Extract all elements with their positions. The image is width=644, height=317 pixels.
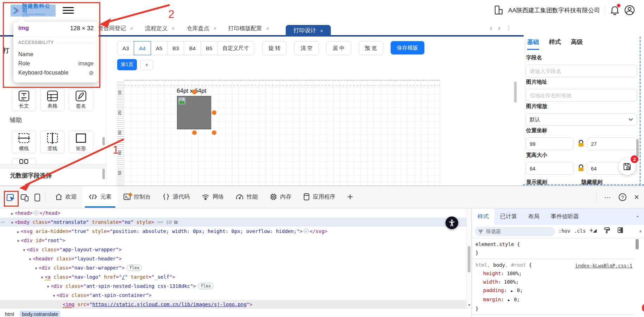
lock-icon[interactable]	[578, 140, 584, 147]
user-avatar[interactable]	[624, 5, 635, 15]
close-tab-icon[interactable]: ×	[130, 26, 133, 31]
action-居中[interactable]: 居 中	[326, 41, 351, 55]
action-预览[interactable]: 预 览	[359, 41, 383, 55]
tree-row[interactable]: ▼<div class="nav-bar-wrapper">flex	[0, 263, 467, 272]
sidebar-scrollbar[interactable]	[102, 137, 105, 145]
tree-row[interactable]: ▶<svg aria-hidden="true" style="position…	[0, 227, 467, 236]
expand-arrow-icon[interactable]: ▼	[27, 255, 33, 264]
paper-size-自定义尺寸[interactable]: 自定义尺寸	[217, 41, 254, 55]
position-y-input[interactable]	[587, 137, 637, 150]
save-template-button[interactable]: 保存模版	[391, 41, 424, 54]
styles-tab-样式[interactable]: 样式	[472, 208, 494, 225]
action-清空[interactable]: 清 空	[294, 41, 319, 55]
expand-icon[interactable]: ▶	[511, 289, 513, 293]
image-url-input[interactable]	[526, 89, 637, 102]
style-filter-input[interactable]: 筛选器	[475, 227, 555, 236]
resize-handle-top[interactable]	[192, 90, 197, 94]
sidebar-item-竖线[interactable]: 竖线	[40, 131, 65, 153]
sidebar-scrollbar-2[interactable]	[102, 169, 105, 179]
sidebar-item-横线[interactable]: 横线	[12, 131, 36, 153]
chevron-left-icon[interactable]: ‹	[490, 24, 492, 32]
paper-size-B5[interactable]: B5	[201, 41, 217, 55]
chevron-down-icon[interactable]: ⌄	[635, 212, 640, 219]
close-devtools-icon[interactable]: ×	[634, 192, 639, 202]
css-property[interactable]: height: 100%;	[475, 269, 634, 278]
hamburger-menu-icon[interactable]	[63, 7, 74, 15]
styles-tab-事件侦听器[interactable]: 事件侦听器	[545, 208, 585, 225]
styles-tab-已计算[interactable]: 已计算	[494, 208, 523, 225]
devtools-tab-控制台[interactable]: 控制台	[118, 186, 157, 208]
css-property[interactable]: margin: ▶ 0;	[475, 295, 634, 304]
device-toolbar-icon[interactable]	[20, 193, 30, 202]
new-style-rule-icon[interactable]: +◢	[589, 227, 596, 234]
field-name-input[interactable]	[526, 65, 637, 77]
devtools-tab-欢迎[interactable]: 欢迎	[49, 186, 83, 208]
help-icon[interactable]: ?	[619, 193, 626, 201]
tree-row[interactable]: ▼<div class="app-layout-wrapper">	[0, 245, 467, 254]
paper-size-B3[interactable]: B3	[168, 41, 184, 55]
canvas-scrollbar[interactable]	[514, 82, 517, 103]
collapsed-content-icon[interactable]: ⋯	[304, 229, 309, 233]
paper-size-B4[interactable]: B4	[184, 41, 201, 55]
breadcrumb-body.notranslate[interactable]: body.notranslate	[20, 311, 60, 317]
action-旋转[interactable]: 旋 转	[262, 41, 287, 55]
resize-handle-right[interactable]	[212, 110, 216, 115]
expand-arrow-icon[interactable]: ▼	[15, 237, 21, 246]
devtools-tab-应用程序[interactable]: 应用程序	[297, 186, 341, 208]
close-tab-icon[interactable]: ×	[172, 26, 175, 31]
chevron-right-icon[interactable]: ›	[498, 24, 500, 32]
scroll-up-icon[interactable]: ▲	[638, 228, 643, 233]
add-page-button[interactable]: +	[140, 60, 153, 70]
tree-row[interactable]: ▼<div class="ant-spin-container">	[0, 291, 467, 300]
expand-arrow-icon[interactable]: ▼	[39, 273, 45, 282]
tab-print-design[interactable]: 打印设计 ×	[286, 25, 331, 37]
tab-打印模版配置[interactable]: 打印模版配置×	[228, 25, 269, 32]
css-property[interactable]: width: 100%;	[475, 278, 634, 286]
devtools-tab-网络[interactable]: 网络	[196, 186, 230, 208]
breadcrumb-html[interactable]: html	[3, 311, 16, 317]
lock-icon-2[interactable]	[578, 164, 584, 172]
paint-format-icon[interactable]	[604, 227, 610, 233]
sidebar-item-表格[interactable]: 表格	[40, 89, 65, 111]
page-1-tab[interactable]: 第1页	[117, 59, 137, 70]
devtools-tab-内存[interactable]: 内存	[264, 186, 297, 208]
css-property[interactable]: padding: ▶ 0;	[475, 286, 634, 295]
styles-scrollbar[interactable]	[636, 239, 639, 250]
sidebar-item-签名[interactable]: 签名	[69, 89, 93, 111]
dock-side-icon[interactable]	[32, 193, 42, 202]
tree-row[interactable]: <img src="https://static.sjcloud.com.cn/…	[0, 300, 467, 308]
flex-badge[interactable]: flex	[198, 283, 213, 289]
css-source-link[interactable]: index-kLwaBlqP.css:1	[575, 261, 632, 270]
properties-scrollbar[interactable]	[636, 139, 639, 157]
reveal-icon[interactable]: ⧉	[174, 219, 178, 225]
tree-row[interactable]: ▶<head>⋯</head>	[0, 208, 467, 218]
accessibility-icon[interactable]	[446, 216, 458, 229]
expand-arrow-icon[interactable]: ▼	[21, 246, 27, 255]
element-state-icon[interactable]	[618, 227, 624, 233]
tab-仓库盘点[interactable]: 仓库盘点×	[187, 25, 216, 32]
paper-size-A4[interactable]: A4	[134, 41, 151, 55]
inspect-element-icon[interactable]	[6, 193, 15, 202]
tree-row[interactable]: ▼<div class="ant-spin-nested-loading css…	[0, 282, 467, 291]
width-input[interactable]	[526, 162, 574, 175]
toggle-class[interactable]: .cls	[574, 228, 586, 234]
toggle-hover-state[interactable]: :hov	[558, 228, 570, 234]
devtools-tab-+[interactable]	[341, 186, 359, 208]
expand-arrow-icon[interactable]: ▼	[33, 264, 39, 273]
position-x-input[interactable]	[526, 137, 574, 150]
collapsed-content-icon[interactable]: ⋯	[34, 211, 39, 215]
flex-badge[interactable]: flex	[127, 265, 142, 271]
sidebar-item-qrcode[interactable]	[12, 158, 36, 164]
resize-handle-corner[interactable]	[212, 130, 216, 135]
paper-size-A3[interactable]: A3	[117, 41, 134, 55]
close-tab-icon[interactable]: ×	[320, 28, 323, 34]
devtools-tab-性能[interactable]: 性能	[230, 186, 264, 208]
tree-row[interactable]: ▼<a class="nav-logo" href="/" target="_s…	[0, 272, 467, 282]
scroll-down-icon[interactable]: ▼	[467, 303, 471, 307]
props-tab-样式[interactable]: 样式	[549, 38, 561, 50]
expand-icon[interactable]: ▶	[508, 298, 510, 302]
tree-row[interactable]: ▼<header class="layout-header">	[0, 254, 467, 263]
expand-arrow-icon[interactable]: ▶	[10, 209, 15, 218]
sidebar-item-长文[interactable]: 长文	[12, 89, 36, 111]
elements-scrollbar[interactable]	[468, 246, 471, 272]
